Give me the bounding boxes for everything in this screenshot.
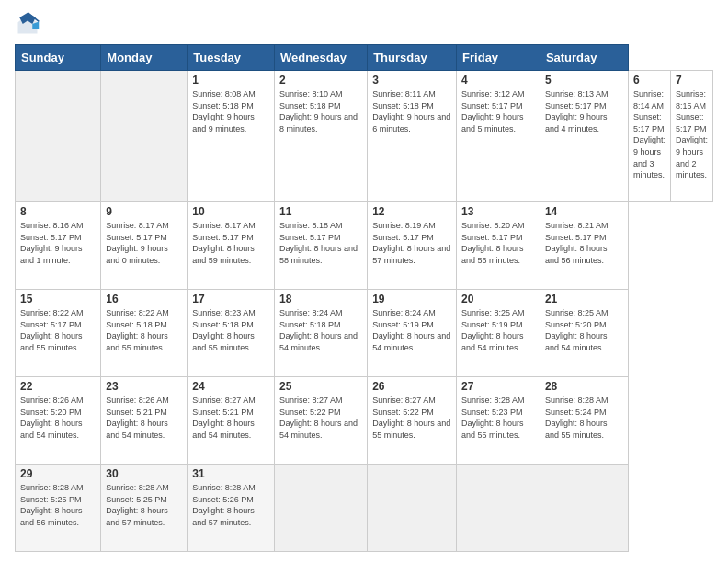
day-info: Sunrise: 8:27 AM Sunset: 5:22 PM Dayligh… (279, 395, 362, 441)
sunrise: Sunrise: 8:18 AM (279, 220, 362, 232)
weekday-header-wednesday: Wednesday (275, 45, 368, 71)
daylight: Daylight: 8 hours and 54 minutes. (372, 330, 451, 353)
sunrise: Sunrise: 8:23 AM (192, 307, 269, 319)
week-row-1: 1 Sunrise: 8:08 AM Sunset: 5:18 PM Dayli… (16, 71, 713, 202)
sunset: Sunset: 5:20 PM (20, 407, 96, 419)
sunset: Sunset: 5:18 PM (279, 100, 362, 112)
day-info: Sunrise: 8:22 AM Sunset: 5:18 PM Dayligh… (106, 307, 182, 353)
day-info: Sunrise: 8:17 AM Sunset: 5:17 PM Dayligh… (192, 220, 269, 266)
sunrise: Sunrise: 8:22 AM (20, 307, 96, 319)
sunrise: Sunrise: 8:16 AM (20, 220, 96, 232)
sunset: Sunset: 5:25 PM (20, 494, 96, 506)
weekday-header-saturday: Saturday (540, 45, 628, 71)
day-info: Sunrise: 8:19 AM Sunset: 5:17 PM Dayligh… (372, 220, 451, 266)
page: SundayMondayTuesdayWednesdayThursdayFrid… (0, 0, 728, 563)
sunset: Sunset: 5:17 PM (545, 100, 623, 112)
day-number: 18 (279, 293, 362, 305)
sunrise: Sunrise: 8:10 AM (279, 88, 362, 100)
sunset: Sunset: 5:17 PM (633, 111, 665, 134)
sunrise: Sunrise: 8:17 AM (192, 220, 269, 232)
daylight: Daylight: 8 hours and 55 minutes. (20, 330, 96, 353)
calendar-cell (368, 465, 457, 552)
day-number: 31 (192, 467, 269, 480)
sunrise: Sunrise: 8:24 AM (372, 307, 451, 319)
sunrise: Sunrise: 8:20 AM (461, 220, 535, 232)
weekday-header-friday: Friday (457, 45, 540, 71)
sunrise: Sunrise: 8:25 AM (545, 307, 623, 319)
calendar-cell: 17 Sunrise: 8:23 AM Sunset: 5:18 PM Dayl… (188, 290, 275, 377)
sunrise: Sunrise: 8:14 AM (633, 88, 665, 111)
day-number: 29 (20, 467, 96, 480)
day-number: 25 (279, 380, 362, 393)
calendar-cell: 29 Sunrise: 8:28 AM Sunset: 5:25 PM Dayl… (16, 465, 101, 552)
daylight: Daylight: 9 hours and 8 minutes. (279, 111, 362, 134)
calendar-cell: 20 Sunrise: 8:25 AM Sunset: 5:19 PM Dayl… (457, 290, 540, 377)
sunset: Sunset: 5:17 PM (461, 100, 535, 112)
sunset: Sunset: 5:17 PM (676, 111, 708, 134)
sunset: Sunset: 5:21 PM (192, 407, 269, 419)
calendar-cell: 15 Sunrise: 8:22 AM Sunset: 5:17 PM Dayl… (16, 290, 101, 377)
day-info: Sunrise: 8:25 AM Sunset: 5:19 PM Dayligh… (461, 307, 535, 353)
day-info: Sunrise: 8:14 AM Sunset: 5:17 PM Dayligh… (633, 88, 665, 181)
day-number: 2 (279, 74, 362, 86)
daylight: Daylight: 9 hours and 5 minutes. (461, 111, 535, 134)
day-number: 17 (192, 293, 269, 305)
sunrise: Sunrise: 8:28 AM (20, 482, 96, 494)
day-info: Sunrise: 8:23 AM Sunset: 5:18 PM Dayligh… (192, 307, 269, 353)
header (15, 11, 713, 37)
day-number: 26 (372, 380, 451, 393)
calendar-cell: 10 Sunrise: 8:17 AM Sunset: 5:17 PM Dayl… (188, 202, 275, 290)
day-info: Sunrise: 8:28 AM Sunset: 5:23 PM Dayligh… (461, 395, 535, 441)
calendar-cell: 5 Sunrise: 8:13 AM Sunset: 5:17 PM Dayli… (540, 71, 628, 202)
daylight: Daylight: 8 hours and 54 minutes. (461, 330, 535, 353)
calendar-cell: 1 Sunrise: 8:08 AM Sunset: 5:18 PM Dayli… (188, 71, 275, 202)
daylight: Daylight: 8 hours and 58 minutes. (279, 243, 362, 266)
day-info: Sunrise: 8:11 AM Sunset: 5:18 PM Dayligh… (372, 88, 451, 134)
sunset: Sunset: 5:17 PM (106, 232, 182, 244)
daylight: Daylight: 9 hours and 4 minutes. (545, 111, 623, 134)
daylight: Daylight: 8 hours and 54 minutes. (192, 418, 269, 441)
day-number: 23 (106, 380, 182, 393)
calendar-cell: 27 Sunrise: 8:28 AM Sunset: 5:23 PM Dayl… (457, 377, 540, 465)
sunrise: Sunrise: 8:24 AM (279, 307, 362, 319)
sunset: Sunset: 5:23 PM (461, 407, 535, 419)
daylight: Daylight: 9 hours and 2 minutes. (676, 134, 708, 180)
day-number: 22 (20, 380, 96, 393)
day-number: 13 (461, 205, 535, 218)
calendar-cell: 13 Sunrise: 8:20 AM Sunset: 5:17 PM Dayl… (457, 202, 540, 290)
day-info: Sunrise: 8:22 AM Sunset: 5:17 PM Dayligh… (20, 307, 96, 353)
calendar-cell: 28 Sunrise: 8:28 AM Sunset: 5:24 PM Dayl… (540, 377, 628, 465)
sunrise: Sunrise: 8:13 AM (545, 88, 623, 100)
day-number: 11 (279, 205, 362, 218)
day-number: 30 (106, 467, 182, 480)
sunset: Sunset: 5:17 PM (545, 232, 623, 244)
daylight: Daylight: 8 hours and 54 minutes. (279, 330, 362, 353)
sunset: Sunset: 5:18 PM (372, 100, 451, 112)
calendar-cell: 6 Sunrise: 8:14 AM Sunset: 5:17 PM Dayli… (628, 71, 670, 202)
sunrise: Sunrise: 8:27 AM (279, 395, 362, 407)
logo (15, 11, 44, 37)
calendar-cell: 19 Sunrise: 8:24 AM Sunset: 5:19 PM Dayl… (368, 290, 457, 377)
day-info: Sunrise: 8:28 AM Sunset: 5:26 PM Dayligh… (192, 482, 269, 528)
weekday-header-monday: Monday (101, 45, 188, 71)
day-number: 5 (545, 74, 623, 86)
calendar-cell: 18 Sunrise: 8:24 AM Sunset: 5:18 PM Dayl… (275, 290, 368, 377)
day-info: Sunrise: 8:26 AM Sunset: 5:20 PM Dayligh… (20, 395, 96, 441)
calendar-cell: 14 Sunrise: 8:21 AM Sunset: 5:17 PM Dayl… (540, 202, 628, 290)
day-info: Sunrise: 8:21 AM Sunset: 5:17 PM Dayligh… (545, 220, 623, 266)
sunset: Sunset: 5:18 PM (106, 319, 182, 331)
day-number: 27 (461, 380, 535, 393)
day-number: 19 (372, 293, 451, 305)
daylight: Daylight: 9 hours and 1 minute. (20, 243, 96, 266)
day-info: Sunrise: 8:27 AM Sunset: 5:22 PM Dayligh… (372, 395, 451, 441)
daylight: Daylight: 8 hours and 54 minutes. (545, 330, 623, 353)
calendar-cell: 21 Sunrise: 8:25 AM Sunset: 5:20 PM Dayl… (540, 290, 628, 377)
sunset: Sunset: 5:24 PM (545, 407, 623, 419)
week-row-3: 15 Sunrise: 8:22 AM Sunset: 5:17 PM Dayl… (16, 290, 713, 377)
sunset: Sunset: 5:18 PM (192, 100, 269, 112)
day-number: 8 (20, 205, 96, 218)
day-number: 3 (372, 74, 451, 86)
sunrise: Sunrise: 8:11 AM (372, 88, 451, 100)
daylight: Daylight: 8 hours and 59 minutes. (192, 243, 269, 266)
daylight: Daylight: 8 hours and 57 minutes. (192, 505, 269, 528)
